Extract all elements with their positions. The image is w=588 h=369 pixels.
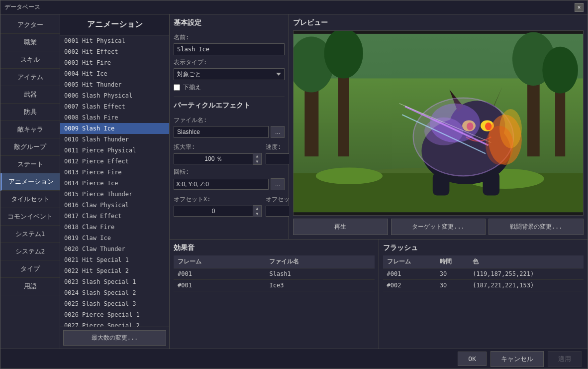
svg-rect-23 — [483, 172, 500, 195]
se-table: フレーム ファイル名 #001 Slash1#001 Ice3 — [174, 255, 375, 291]
particle-title: パーティクルエフェクト — [174, 97, 285, 112]
particle-file-input[interactable] — [174, 126, 269, 138]
se-title: 効果音 — [174, 244, 375, 252]
anim-list-item[interactable]: 0017 Claw Effect — [60, 211, 169, 222]
sidebar-item-敵グループ[interactable]: 敵グループ — [0, 138, 60, 156]
rotation-input[interactable] — [174, 179, 269, 190]
sidebar-item-システム1[interactable]: システム1 — [0, 226, 60, 243]
offset-x-col: オフセットX: ▲ ▼ — [174, 192, 262, 217]
particle-file-row: ... — [174, 126, 285, 138]
anim-list-item[interactable]: 0018 Claw Fire — [60, 222, 169, 233]
animation-list-container[interactable]: 0001 Hit Physical0002 Hit Effect0003 Hit… — [60, 35, 169, 327]
anim-list-item[interactable]: 0024 Slash Special 2 — [60, 287, 169, 298]
flash-col-frame: フレーム — [383, 255, 436, 268]
anim-list-item[interactable]: 0025 Slash Special 3 — [60, 298, 169, 309]
scale-input[interactable] — [174, 153, 253, 164]
preview-title: プレビュー — [293, 18, 584, 27]
sidebar-item-タイルセット[interactable]: タイルセット — [0, 191, 60, 208]
sidebar-item-システム2[interactable]: システム2 — [0, 243, 60, 260]
sidebar: アクター職業スキルアイテム武器防具敵キャラ敵グループステートアニメーションタイル… — [0, 14, 60, 349]
sidebar-item-防具[interactable]: 防具 — [0, 104, 60, 121]
anim-list-item[interactable]: 0009 Slash Ice — [60, 123, 169, 134]
settings-panel: 基本設定 名前: 表示タイプ: 対象ごと 全体 下揃え パーティクルエフェク — [170, 14, 289, 239]
target-change-button[interactable]: ターゲット変更... — [391, 219, 486, 235]
basic-settings-title: 基本設定 — [174, 18, 285, 29]
anim-list-item[interactable]: 0015 Pierce Thunder — [60, 189, 169, 200]
anim-list-item[interactable]: 0010 Slash Thunder — [60, 134, 169, 145]
offset-x-down[interactable]: ▼ — [253, 211, 261, 217]
name-input[interactable] — [174, 43, 285, 55]
scale-up[interactable]: ▲ — [253, 153, 261, 159]
anim-list-item[interactable]: 0007 Slash Effect — [60, 101, 169, 112]
particle-file-label: ファイル名: — [174, 116, 285, 124]
close-button[interactable]: ✕ — [575, 3, 584, 12]
anim-list-item[interactable]: 0011 Pierce Physical — [60, 145, 169, 156]
flash-table-row: #002 30 (187,221,221,153) — [383, 280, 584, 291]
preview-panel: プレビュー — [289, 14, 588, 239]
offset-x-up[interactable]: ▲ — [253, 206, 261, 211]
offset-x-spinbox: ▲ ▼ — [174, 205, 262, 217]
se-frame: #001 — [174, 280, 265, 291]
sidebar-item-アニメーション[interactable]: アニメーション — [0, 173, 60, 191]
anim-list-item[interactable]: 0005 Hit Thunder — [60, 79, 169, 90]
animation-panel-footer: 最大数の変更... — [60, 327, 169, 349]
particle-file-button[interactable]: ... — [271, 126, 285, 138]
sidebar-item-職業[interactable]: 職業 — [0, 34, 60, 51]
svg-point-12 — [316, 168, 383, 185]
sidebar-item-コモンイベント[interactable]: コモンイベント — [0, 208, 60, 226]
se-file: Slash1 — [265, 268, 374, 280]
anim-list-item[interactable]: 0019 Claw Ice — [60, 233, 169, 244]
anim-list-item[interactable]: 0001 Hit Physical — [60, 35, 169, 46]
sidebar-item-スキル[interactable]: スキル — [0, 51, 60, 69]
flash-frame: #002 — [383, 280, 436, 291]
anim-list-item[interactable]: 0002 Hit Effect — [60, 46, 169, 57]
anim-list-item[interactable]: 0026 Pierce Special 1 — [60, 309, 169, 320]
scale-col: 拡大率: ▲ ▼ — [174, 140, 262, 165]
change-max-button[interactable]: 最大数の変更... — [63, 330, 166, 346]
sidebar-item-用語[interactable]: 用語 — [0, 278, 60, 295]
scale-speed-row: 拡大率: ▲ ▼ 速度: — [174, 140, 285, 165]
anim-list-item[interactable]: 0027 Pierce Special 2 — [60, 320, 169, 327]
anim-list-item[interactable]: 0008 Slash Fire — [60, 112, 169, 123]
cancel-button[interactable]: キャンセル — [490, 351, 544, 367]
sidebar-item-アイテム[interactable]: アイテム — [0, 69, 60, 86]
flash-color: (187,221,221,153) — [469, 280, 584, 291]
sidebar-item-武器[interactable]: 武器 — [0, 86, 60, 104]
rotation-button[interactable]: ... — [271, 178, 285, 190]
offset-row: オフセットX: ▲ ▼ オフセットY: — [174, 192, 285, 217]
anim-list-item[interactable]: 0004 Hit Ice — [60, 68, 169, 79]
anim-list-item[interactable]: 0003 Hit Fire — [60, 57, 169, 68]
animation-panel-title: アニメーション — [60, 14, 169, 35]
anim-list-item[interactable]: 0020 Claw Thunder — [60, 244, 169, 254]
anim-list-item[interactable]: 0016 Claw Physical — [60, 200, 169, 211]
flash-title: フラッシュ — [383, 244, 584, 252]
battle-bg-button[interactable]: 戦闘背景の変更... — [489, 219, 584, 235]
apply-button[interactable]: 適用 — [548, 351, 582, 367]
anim-list-item[interactable]: 0023 Slash Special 1 — [60, 276, 169, 287]
play-button[interactable]: 再生 — [293, 219, 388, 235]
flash-col-color: 色 — [469, 255, 584, 268]
sidebar-item-タイプ[interactable]: タイプ — [0, 260, 60, 278]
ok-button[interactable]: OK — [458, 352, 487, 366]
offset-x-arrows: ▲ ▼ — [253, 205, 262, 217]
anim-list-item[interactable]: 0012 Pierce Effect — [60, 156, 169, 167]
anim-list-item[interactable]: 0014 Pierce Ice — [60, 178, 169, 189]
se-frame: #001 — [174, 268, 265, 280]
display-type-select[interactable]: 対象ごと 全体 — [174, 68, 285, 80]
sidebar-item-ステート[interactable]: ステート — [0, 156, 60, 173]
anim-list-item[interactable]: 0022 Hit Special 2 — [60, 265, 169, 276]
scale-down[interactable]: ▼ — [253, 159, 261, 164]
anim-list-item[interactable]: 0006 Slash Physical — [60, 90, 169, 101]
shimoyoke-checkbox[interactable] — [174, 84, 180, 91]
sidebar-item-アクター[interactable]: アクター — [0, 16, 60, 34]
right-top: 基本設定 名前: 表示タイプ: 対象ごと 全体 下揃え パーティクルエフェク — [170, 14, 588, 239]
flash-time: 30 — [436, 268, 469, 280]
se-panel: 効果音 フレーム ファイル名 #001 Slash1#001 Ice3 — [170, 240, 379, 349]
anim-list-item[interactable]: 0021 Hit Special 1 — [60, 254, 169, 265]
name-label: 名前: — [174, 33, 285, 42]
flash-col-time: 時間 — [436, 255, 469, 268]
offset-x-input[interactable] — [174, 206, 253, 217]
sidebar-item-敵キャラ[interactable]: 敵キャラ — [0, 121, 60, 138]
offset-x-label: オフセットX: — [174, 195, 262, 204]
anim-list-item[interactable]: 0013 Pierce Fire — [60, 167, 169, 178]
